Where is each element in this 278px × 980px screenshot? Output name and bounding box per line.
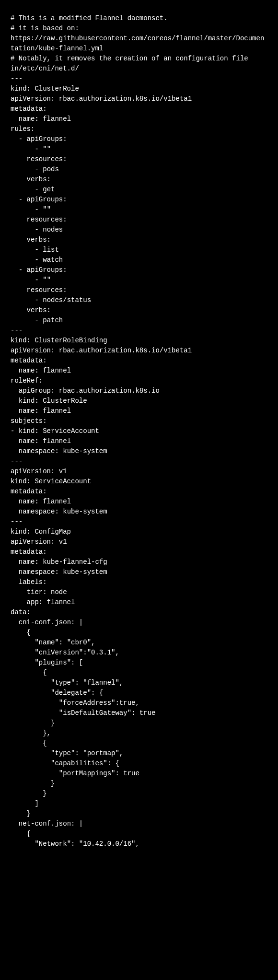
code-line: cni-conf.json: | (11, 618, 267, 628)
code-line: --- (11, 517, 267, 527)
code-line: --- (11, 456, 267, 467)
code-line: - kind: ServiceAccount (11, 426, 267, 436)
code-line: "portMappings": true (11, 769, 267, 779)
code-line: - apiGroups: (11, 195, 267, 205)
code-line: kind: ClusterRoleBinding (11, 336, 267, 346)
code-line: - list (11, 245, 267, 255)
code-line: "name": "cbr0", (11, 638, 267, 648)
code-line: - pods (11, 164, 267, 175)
code-line: apiVersion: v1 (11, 537, 267, 547)
code-line: # it is based on: https://raw.githubuser… (11, 23, 267, 54)
code-line: --- (11, 326, 267, 336)
code-line: } (11, 779, 267, 789)
code-line: "Network": "10.42.0.0/16", (11, 839, 267, 849)
code-line: verbs: (11, 175, 267, 185)
code-line: name: flannel (11, 406, 267, 416)
code-line: - nodes (11, 225, 267, 235)
code-line: "capabilities": { (11, 758, 267, 769)
code-line: --- (11, 74, 267, 84)
code-line: ] (11, 799, 267, 809)
code-line: - get (11, 185, 267, 195)
code-line: name: kube-flannel-cfg (11, 557, 267, 567)
code-line: kind: ClusterRole (11, 84, 267, 94)
code-line: apiGroup: rbac.authorization.k8s.io (11, 386, 267, 396)
code-line: apiVersion: rbac.authorization.k8s.io/v1… (11, 94, 267, 104)
code-line: { (11, 738, 267, 748)
code-line: verbs: (11, 305, 267, 315)
code-line: metadata: (11, 104, 267, 114)
code-line: "forceAddress":true, (11, 698, 267, 708)
code-line: tier: node (11, 587, 267, 597)
code-line: "type": "flannel", (11, 678, 267, 688)
code-line: resources: (11, 215, 267, 225)
code-line: - watch (11, 255, 267, 265)
code-line: apiVersion: rbac.authorization.k8s.io/v1… (11, 346, 267, 356)
code-line: - "" (11, 205, 267, 215)
code-line: metadata: (11, 547, 267, 557)
code-line: apiVersion: v1 (11, 467, 267, 477)
code-line: resources: (11, 285, 267, 295)
code-line: namespace: kube-system (11, 446, 267, 456)
code-line: - apiGroups: (11, 134, 267, 144)
code-line: roleRef: (11, 376, 267, 386)
code-line: metadata: (11, 487, 267, 497)
code-line: { (11, 829, 267, 839)
code-line: app: flannel (11, 597, 267, 607)
code-line: }, (11, 728, 267, 738)
code-line: } (11, 718, 267, 728)
code-line: - "" (11, 275, 267, 285)
code-line: resources: (11, 154, 267, 164)
code-line: metadata: (11, 356, 267, 366)
code-line: kind: ConfigMap (11, 527, 267, 537)
code-line: subjects: (11, 416, 267, 426)
code-line: - apiGroups: (11, 265, 267, 275)
code-line: "delegate": { (11, 688, 267, 698)
code-line: "type": "portmap", (11, 748, 267, 758)
code-line: name: flannel (11, 436, 267, 446)
code-line: rules: (11, 124, 267, 134)
code-line: labels: (11, 577, 267, 587)
code-line: kind: ServiceAccount (11, 477, 267, 487)
code-line: verbs: (11, 235, 267, 245)
code-line: namespace: kube-system (11, 507, 267, 517)
code-line: "plugins": [ (11, 658, 267, 668)
code-line: } (11, 809, 267, 819)
code-line: - patch (11, 315, 267, 326)
code-line: net-conf.json: | (11, 819, 267, 829)
code-line: name: flannel (11, 497, 267, 507)
code-line: - "" (11, 144, 267, 154)
code-line: "cniVersion":"0.3.1", (11, 648, 267, 658)
code-line: # This is a modified Flannel daemonset. (11, 13, 267, 23)
code-line: - nodes/status (11, 295, 267, 305)
code-line: { (11, 668, 267, 678)
code-line: "isDefaultGateway": true (11, 708, 267, 718)
code-block: # This is a modified Flannel daemonset.#… (11, 13, 267, 849)
code-line: name: flannel (11, 114, 267, 124)
code-line: name: flannel (11, 366, 267, 376)
code-line: namespace: kube-system (11, 567, 267, 577)
code-line: } (11, 789, 267, 799)
code-line: kind: ClusterRole (11, 396, 267, 406)
code-line: { (11, 628, 267, 638)
code-line: data: (11, 607, 267, 618)
code-line: # Notably, it removes the creation of an… (11, 54, 267, 74)
